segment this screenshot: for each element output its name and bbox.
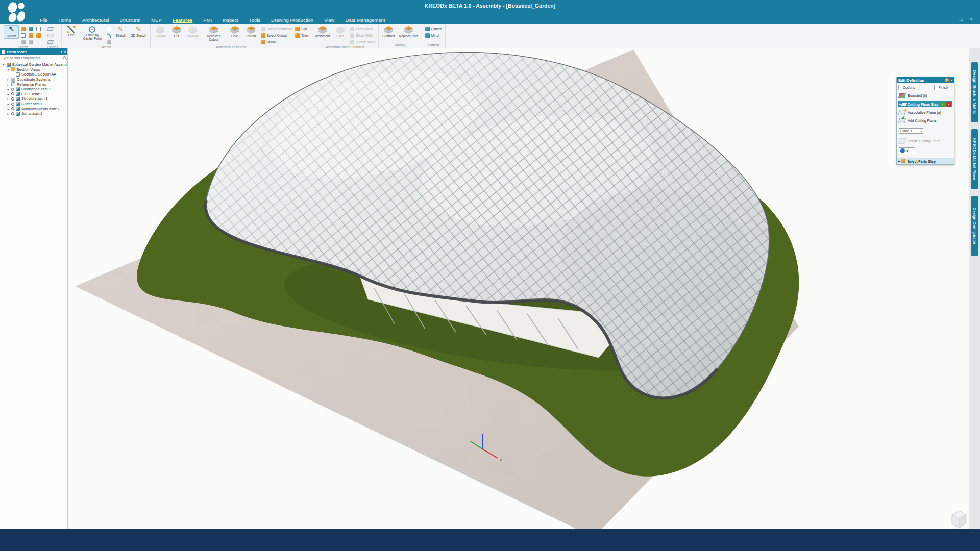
- stitch-weld-button[interactable]: Stitch Weld: [349, 32, 376, 38]
- dialog-close-icon[interactable]: ×: [950, 79, 952, 82]
- bounded-row[interactable]: Bounded (b): [899, 93, 952, 98]
- orange-button[interactable]: [20, 26, 27, 32]
- orange-button[interactable]: [28, 32, 34, 38]
- plane-button[interactable]: [46, 32, 54, 38]
- model-viewport[interactable]: × Edit Definition ? × Options Finish: [68, 48, 969, 529]
- close-icon[interactable]: ×: [970, 16, 973, 22]
- menu-pmi[interactable]: PMI: [203, 17, 212, 23]
- label-weld-button[interactable]: Label Weld: [349, 26, 376, 32]
- tree-collapsed-icon[interactable]: ▸: [7, 87, 10, 91]
- orange-button[interactable]: [35, 32, 42, 38]
- circle-by-center-point-button[interactable]: Circle by Center Point: [80, 25, 105, 42]
- options-button[interactable]: Options: [898, 85, 919, 90]
- delete-cutting-plane-row[interactable]: Delete Cutting Plane: [899, 138, 952, 144]
- tree-collapsed-icon[interactable]: ▸: [7, 107, 10, 111]
- grey-button[interactable]: [20, 39, 27, 45]
- menu-view[interactable]: View: [324, 17, 334, 23]
- trim-button[interactable]: Trim: [294, 32, 309, 38]
- search-icon[interactable]: [63, 56, 66, 59]
- cut-button[interactable]: Cut: [169, 25, 184, 39]
- menu-architectural[interactable]: Architectural: [82, 17, 109, 23]
- tree-collapsed-icon[interactable]: ▸: [7, 97, 10, 101]
- menu-home[interactable]: Home: [58, 17, 71, 23]
- weldment-button[interactable]: Weldment: [313, 25, 331, 39]
- search-input[interactable]: [2, 56, 63, 60]
- grey-button[interactable]: [28, 39, 34, 45]
- panel-close-icon[interactable]: ×: [64, 50, 66, 54]
- color-select[interactable]: ▾: [899, 147, 915, 154]
- 3d-sketch-button[interactable]: 3D Sketch: [130, 25, 148, 38]
- tree-expanded-icon[interactable]: ▾: [7, 68, 10, 71]
- accept-icon[interactable]: ✓: [940, 102, 945, 107]
- tree-item-windows-vents-asm-1[interactable]: ▸Windows&vents.asm:1: [1, 106, 67, 111]
- cancel-icon[interactable]: ×: [946, 102, 951, 107]
- menu-data-management[interactable]: Data Management: [345, 17, 385, 23]
- visibility-eye-icon[interactable]: [11, 112, 14, 115]
- menu-file[interactable]: File: [40, 17, 47, 23]
- menu-mep[interactable]: MEP: [151, 17, 162, 23]
- menu-tools[interactable]: Tools: [249, 17, 260, 23]
- tree-collapsed-icon[interactable]: ▸: [7, 102, 10, 106]
- slot-button[interactable]: Slot: [294, 26, 309, 32]
- menu-inspect[interactable]: Inspect: [223, 17, 238, 23]
- extrude-button[interactable]: Extrude: [153, 25, 168, 39]
- menu-drawing-production[interactable]: Drawing Production: [271, 17, 313, 23]
- swept-protrusion-button[interactable]: Swept Protrusion: [260, 26, 293, 32]
- side-tab-kreodx-market-place[interactable]: KREODx Market Place: [971, 129, 978, 189]
- maximize-icon[interactable]: □: [960, 16, 963, 22]
- visibility-eye-icon[interactable]: [11, 97, 14, 101]
- sketch-button[interactable]: Sketch: [113, 25, 129, 38]
- rect-button[interactable]: [106, 26, 112, 32]
- visibility-eye-icon[interactable]: [11, 92, 14, 95]
- revolved-cutout-button[interactable]: Revolved Cutout: [202, 25, 226, 43]
- menu-structural[interactable]: Structural: [119, 17, 140, 23]
- collapse-icon[interactable]: ▾: [899, 103, 901, 106]
- dialog-header[interactable]: Edit Definition ? ×: [897, 77, 954, 83]
- tree-item-joints-asm-1[interactable]: ▸Joints.asm:1: [1, 111, 67, 116]
- finish-button[interactable]: Finish: [934, 85, 952, 90]
- plane-button[interactable]: [46, 26, 54, 32]
- cutting-plane-step-row[interactable]: ▾ Cutting Plane Step ✓ ×: [898, 101, 952, 107]
- revolve-button[interactable]: Revolve: [185, 25, 201, 39]
- visibility-eye-icon[interactable]: [11, 103, 14, 106]
- replace-part-button[interactable]: Replace Part: [397, 25, 420, 39]
- expand-icon[interactable]: ▸: [898, 159, 900, 163]
- tree-item-section-1-section-aa[interactable]: Section 1 Section AA: [1, 72, 67, 77]
- rect-button[interactable]: [35, 26, 42, 32]
- pin-icon[interactable]: ▾: [60, 49, 62, 54]
- tree-expanded-icon[interactable]: ▾: [2, 63, 5, 66]
- subtract-button[interactable]: Subtract: [381, 25, 396, 39]
- tree-item-gutter-asm-1[interactable]: ▸Gutter.asm:1: [1, 102, 67, 107]
- groove-weld-button[interactable]: Groove Weld: [349, 39, 376, 45]
- select-button[interactable]: Select: [4, 25, 19, 39]
- plane-button[interactable]: [46, 39, 54, 45]
- tree-item-botanical-garden-master-assembly-asm[interactable]: ▾Botanical Garden Master Assembly.asm: [1, 62, 67, 67]
- line-button[interactable]: Line: [64, 25, 79, 38]
- view-cube[interactable]: [952, 511, 966, 528]
- swept-cutout-button[interactable]: Swept Cutout: [260, 32, 293, 38]
- associative-plane-row[interactable]: Associative Plane (a): [899, 110, 952, 115]
- tree-item-etfe-asm-1[interactable]: ▸ETFE.asm:1: [1, 92, 67, 97]
- hole-button[interactable]: Hole: [227, 25, 242, 39]
- grey-button[interactable]: [106, 39, 112, 45]
- tree-item-section-views[interactable]: ▾Section Views: [1, 67, 67, 72]
- tree-collapsed-icon[interactable]: ▸: [7, 92, 10, 96]
- tree-item-coordinate-systems[interactable]: ▸Coordinate Systems: [1, 77, 67, 82]
- menu-features[interactable]: Features: [173, 17, 193, 23]
- side-tab-design-structure-matrix[interactable]: Design Structure Matrix: [971, 62, 978, 122]
- add-cutting-plane-row[interactable]: Add Cutting Plane: [899, 118, 952, 123]
- side-tab-design-configurator[interactable]: Design Configurator: [971, 196, 978, 256]
- select-parts-step-row[interactable]: ▸ Select Parts Step: [897, 158, 954, 164]
- round-button[interactable]: Round: [243, 25, 259, 39]
- tree-item-landscape-asm-1[interactable]: ▸Landscape.asm:1: [1, 87, 67, 92]
- minimize-icon[interactable]: −: [949, 16, 952, 22]
- help-icon[interactable]: ?: [945, 78, 949, 82]
- plane-select[interactable]: Plane 1 ▾: [899, 128, 923, 134]
- union-button[interactable]: Union: [260, 39, 293, 45]
- mirror-button[interactable]: Mirror: [424, 32, 443, 38]
- visibility-eye-icon[interactable]: [11, 88, 14, 91]
- tree-item-reference-planes[interactable]: ▸Reference Planes: [1, 82, 67, 87]
- visibility-eye-icon[interactable]: [11, 107, 14, 110]
- fillet-button[interactable]: Fillet: [332, 25, 348, 39]
- rect-button[interactable]: [20, 32, 27, 38]
